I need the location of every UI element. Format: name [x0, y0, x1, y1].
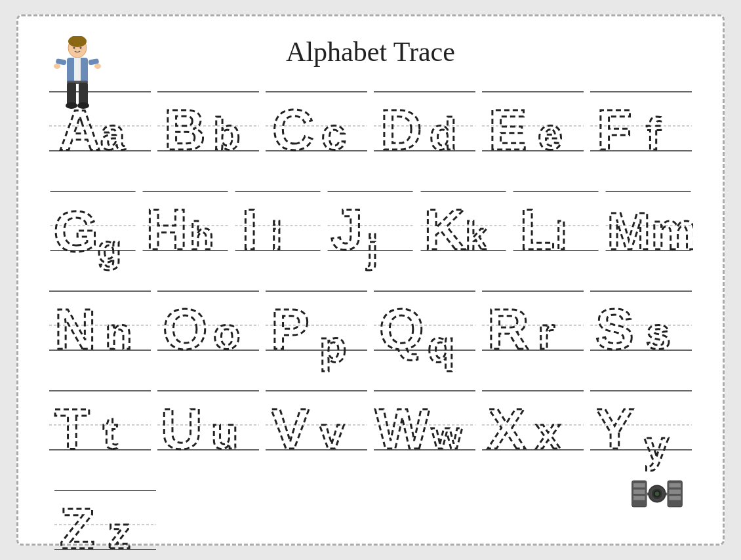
alphabet-row-1: A a B b C c — [48, 77, 693, 174]
svg-text:d: d — [430, 109, 457, 159]
svg-text:u: u — [211, 408, 239, 458]
letter-cell-Dd: D d — [372, 77, 477, 174]
svg-text:R: R — [487, 296, 529, 361]
letter-cell-Mm: Mm — [603, 177, 693, 274]
svg-text:Y: Y — [595, 396, 634, 461]
page-title: Alphabet Trace — [38, 36, 703, 68]
svg-text:t: t — [103, 408, 118, 458]
svg-text:I: I — [242, 197, 258, 262]
alphabet-row-2: G g H h I i — [48, 177, 693, 274]
svg-text:o: o — [213, 308, 241, 358]
svg-text:P: P — [271, 296, 310, 361]
svg-text:H: H — [146, 197, 188, 262]
letter-cell-Ff: F f — [589, 77, 693, 174]
svg-rect-149 — [669, 483, 681, 487]
svg-point-13 — [54, 64, 60, 69]
letter-cell-Vv: V v — [264, 376, 369, 473]
svg-text:B: B — [164, 97, 206, 162]
letter-cell-Zz: Z z — [51, 476, 159, 560]
letter-cell-Xx: X x — [481, 376, 585, 473]
letter-cell-Ss: S s — [589, 277, 693, 374]
letter-cell-Pp: P p — [264, 277, 369, 374]
svg-text:L: L — [519, 197, 555, 262]
letter-cell-Ww: W w — [372, 376, 477, 473]
svg-text:X: X — [487, 396, 526, 461]
svg-text:U: U — [161, 396, 203, 461]
svg-rect-151 — [669, 496, 681, 500]
svg-point-2 — [73, 47, 75, 49]
svg-text:c: c — [321, 109, 346, 159]
letter-cell-Hh: H h — [140, 177, 230, 274]
letter-cell-Ii: I i — [233, 177, 323, 274]
svg-point-157 — [655, 492, 659, 496]
svg-rect-147 — [633, 496, 645, 500]
svg-text:g: g — [98, 227, 122, 271]
spaceship-figure — [631, 478, 683, 517]
svg-text:h: h — [190, 214, 214, 258]
svg-text:C: C — [272, 97, 314, 162]
svg-text:f: f — [646, 109, 661, 159]
svg-text:A: A — [59, 97, 101, 162]
svg-rect-146 — [633, 490, 645, 494]
svg-text:K: K — [424, 197, 466, 262]
svg-text:Mm: Mm — [607, 202, 693, 260]
svg-text:z: z — [108, 508, 130, 557]
letter-cell-Yy: Y y — [589, 376, 693, 473]
svg-text:q: q — [428, 321, 455, 371]
letter-cell-Tt: T t — [48, 376, 152, 473]
svg-text:p: p — [319, 321, 347, 371]
svg-point-3 — [80, 47, 82, 49]
svg-text:r: r — [538, 308, 555, 358]
svg-rect-150 — [669, 490, 681, 494]
alphabet-row-4: T t U u V v — [48, 376, 693, 473]
letter-cell-Ee: E e — [481, 77, 585, 174]
svg-point-14 — [94, 64, 101, 69]
svg-text:J: J — [331, 197, 363, 262]
letter-cell-Aa: A a — [48, 77, 152, 174]
letter-cell-Bb: B b — [156, 77, 260, 174]
svg-text:V: V — [271, 396, 310, 461]
letter-cell-Gg: G g — [48, 177, 138, 274]
letter-cell-Kk: K k — [418, 177, 508, 274]
svg-text:e: e — [538, 109, 563, 159]
main-page: Alphabet Trace A a B b — [16, 14, 725, 546]
svg-text:y: y — [644, 421, 669, 471]
svg-rect-145 — [633, 483, 645, 487]
svg-text:G: G — [54, 199, 98, 264]
svg-text:k: k — [465, 214, 487, 258]
svg-text:s: s — [646, 308, 671, 358]
letter-cell-Jj: J j — [325, 177, 415, 274]
svg-text:l: l — [555, 214, 567, 258]
letter-cell-Rr: R r — [481, 277, 585, 374]
svg-text:W: W — [375, 396, 430, 461]
svg-text:S: S — [595, 296, 634, 361]
svg-text:O: O — [163, 296, 207, 361]
svg-text:x: x — [536, 408, 561, 458]
svg-text:F: F — [597, 97, 632, 162]
svg-text:a: a — [100, 109, 126, 159]
letter-cell-Uu: U u — [156, 376, 260, 473]
svg-text:N: N — [54, 296, 96, 361]
svg-text:b: b — [213, 109, 241, 159]
alphabet-row-5: Z z — [48, 476, 693, 560]
svg-text:E: E — [489, 97, 527, 162]
svg-text:j: j — [367, 227, 378, 271]
letter-cell-Ll: L l — [511, 177, 601, 274]
alphabet-row-3: N n O o P p — [48, 277, 693, 374]
svg-text:T: T — [54, 396, 90, 461]
svg-text:D: D — [380, 97, 422, 162]
svg-text:i: i — [271, 214, 283, 258]
letter-cell-Qq: Q q — [372, 277, 477, 374]
svg-text:v: v — [319, 408, 344, 458]
svg-text:Q: Q — [379, 296, 424, 361]
svg-text:n: n — [105, 308, 132, 358]
letter-cell-Nn: N n — [48, 277, 152, 374]
svg-text:w: w — [431, 413, 462, 457]
letter-cell-Cc: C c — [264, 77, 369, 174]
alphabet-container: A a B b C c — [38, 77, 703, 560]
svg-text:Z: Z — [60, 496, 95, 560]
letter-cell-Oo: O o — [156, 277, 260, 374]
